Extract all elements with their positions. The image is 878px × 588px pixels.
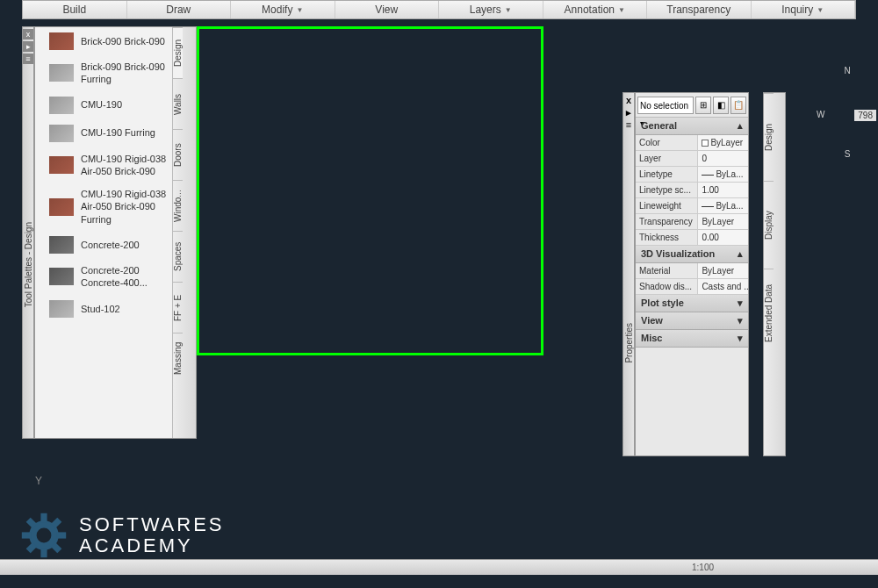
properties-dock-strip: x ▸ ≡ Properties [623,92,635,456]
palette-tab-massing[interactable]: Massing [173,333,183,384]
palette-item[interactable]: Brick-090 Brick-090 Furring [46,55,172,91]
material-swatch [49,32,74,50]
property-row: ColorByLayer [636,135,748,151]
material-swatch [49,198,74,216]
property-value[interactable]: ByLa... [697,167,748,182]
watermark: SOFTWARES ACADEMY [18,509,225,562]
property-value[interactable]: 1.00 [697,183,748,197]
top-ribbon: BuildDrawModify▼ViewLayers▼Annotation▼Tr… [22,0,856,19]
svg-rect-4 [22,532,32,538]
props-tab-extended-data[interactable]: Extended Data [764,269,774,356]
palette-dock-strip: x ▸ ≡ Tool Palettes - Design [22,26,34,439]
property-value[interactable]: 0.00 [697,230,748,245]
property-key: Material [636,263,697,278]
toggle-pickadd-button[interactable]: 📋 [730,97,746,114]
palette-item-label: CMU-190 [81,98,122,111]
property-value[interactable]: ByLayer [697,135,748,150]
palette-item-label: Concrete-200 [81,239,140,251]
palette-item[interactable]: CMU-190 [46,91,172,119]
pin-icon[interactable]: ▸ [23,41,33,52]
ribbon-draw[interactable]: Draw [127,1,232,18]
props-tab-design[interactable]: Design [764,93,774,181]
palette-item[interactable]: CMU-190 Rigid-038 Air-050 Brick-090 [46,147,172,183]
ribbon-view[interactable]: View [335,1,440,18]
properties-main: No selection ▾ ⊞ ◧ 📋 General▴ ColorByLay… [635,92,749,456]
select-objects-button[interactable]: ◧ [713,97,729,114]
palette-tab-walls[interactable]: Walls [173,78,183,129]
menu-icon[interactable]: ≡ [23,54,33,64]
palette-tab-ffe[interactable]: FF + E [173,282,183,333]
section-view[interactable]: View▾ [636,312,748,330]
section-misc[interactable]: Misc▾ [636,330,748,348]
palette-tab-spaces[interactable]: Spaces [173,231,183,282]
section-3d-visualization[interactable]: 3D Visualization▴ [636,246,748,263]
close-icon[interactable]: x [623,95,634,105]
property-key: Linetype [636,167,697,182]
props-tab-display[interactable]: Display [764,181,774,269]
selection-dropdown[interactable]: No selection ▾ [637,97,694,114]
palette-item[interactable]: Stud-102 [46,295,172,323]
property-value[interactable]: ByLayer [697,263,748,278]
properties-panel: x ▸ ≡ Properties No selection ▾ ⊞ ◧ 📋 Ge… [635,92,786,456]
palette-item[interactable]: CMU-190 Furring [46,119,172,147]
property-row: MaterialByLayer [636,263,748,279]
property-key: Shadow dis... [636,279,697,294]
menu-icon[interactable]: ≡ [623,119,634,130]
scale-readout[interactable]: 1:100 [685,563,721,572]
palette-item-label: Stud-102 [81,303,120,315]
navigation-compass[interactable]: N W S 798 [817,48,878,180]
svg-rect-5 [56,532,66,538]
ribbon-modify[interactable]: Modify▼ [231,1,335,18]
property-row: TransparencyByLayer [636,214,748,230]
material-swatch [49,125,74,142]
ribbon-build[interactable]: Build [23,1,127,18]
compass-north[interactable]: N [844,66,850,75]
material-swatch [49,97,74,114]
palette-item[interactable]: CMU-190 Rigid-038 Air-050 Brick-090 Furr… [46,183,172,231]
palette-item-label: Brick-090 Brick-090 [81,35,165,47]
property-key: Lineweight [636,198,697,213]
palette-item-label: CMU-190 Furring [81,126,155,139]
palette-tab-windo[interactable]: Windo... [173,180,183,231]
properties-tab-strip: DesignDisplayExtended Data [763,92,786,456]
close-icon[interactable]: x [23,29,33,39]
quick-select-button[interactable]: ⊞ [695,97,711,114]
property-value[interactable]: Casts and ... [697,279,748,294]
compass-south[interactable]: S [845,149,851,159]
property-value[interactable]: ByLayer [697,214,748,229]
property-row: LineweightByLa... [636,198,748,214]
palette-item[interactable]: Concrete-200 Concrete-400... [46,259,172,295]
properties-header: No selection ▾ ⊞ ◧ 📋 [636,93,748,118]
property-key: Color [636,135,697,150]
ribbon-inquiry[interactable]: Inquiry▼ [752,1,856,18]
watermark-text: SOFTWARES ACADEMY [79,514,225,556]
ribbon-layers[interactable]: Layers▼ [439,1,543,18]
ribbon-transparency[interactable]: Transparency [647,1,752,18]
palette-item-label: Concrete-200 Concrete-400... [81,264,169,290]
palette-dock-title: Tool Palettes - Design [24,222,33,307]
section-plot-style[interactable]: Plot style▾ [636,295,748,312]
palette-tab-design[interactable]: Design [173,27,183,78]
compass-west[interactable]: W [817,110,824,119]
palette-tab-doors[interactable]: Doors [173,129,183,180]
property-row: Layer0 [636,151,748,167]
compass-east-badge[interactable]: 798 [854,110,876,121]
property-row: Linetype sc...1.00 [636,183,748,198]
section-general[interactable]: General▴ [636,118,748,135]
tool-palette: Brick-090 Brick-090Brick-090 Brick-090 F… [34,26,197,439]
selection-highlight [197,26,543,355]
property-key: Transparency [636,214,697,229]
property-value[interactable]: 0 [697,151,748,166]
property-value[interactable]: ByLa... [697,198,748,213]
svg-point-1 [37,528,52,543]
material-swatch [49,236,74,254]
property-row: Thickness0.00 [636,230,748,246]
properties-dock-title: Properties [624,323,634,363]
palette-item[interactable]: Brick-090 Brick-090 [46,27,172,55]
svg-rect-3 [40,548,47,557]
material-swatch [49,268,74,285]
palette-item[interactable]: Concrete-200 [46,231,172,259]
ribbon-annotation[interactable]: Annotation▼ [543,1,648,18]
gear-icon [18,509,70,562]
pin-icon[interactable]: ▸ [623,107,634,118]
